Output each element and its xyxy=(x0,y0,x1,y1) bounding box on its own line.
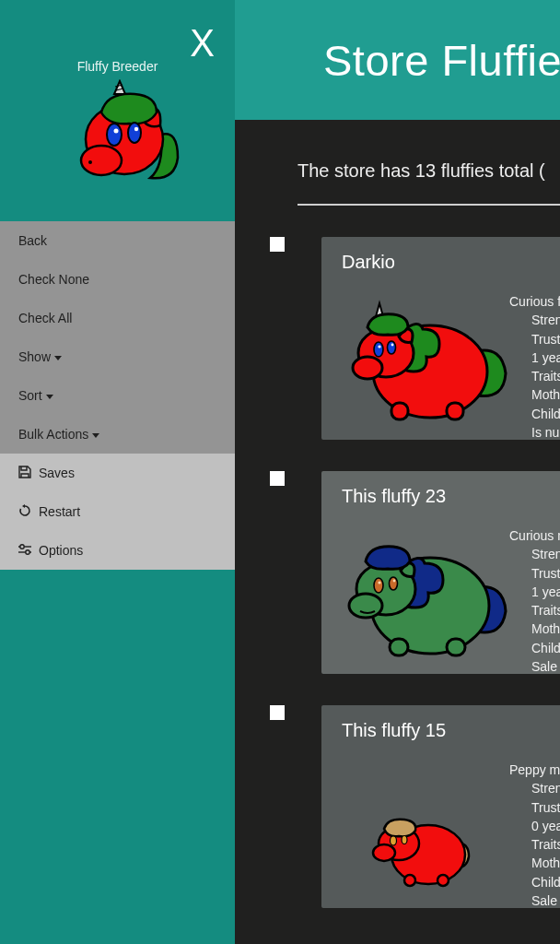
desc-line: Sale P xyxy=(509,657,560,676)
fluffy-portrait xyxy=(338,790,513,938)
svg-rect-34 xyxy=(404,875,415,886)
svg-point-21 xyxy=(388,341,396,354)
desc-line: Traits: xyxy=(509,367,560,385)
app-title: Fluffy Breeder xyxy=(0,59,235,74)
save-icon xyxy=(18,466,33,478)
nav-sort[interactable]: Sort xyxy=(0,376,235,415)
nav-back[interactable]: Back xyxy=(0,221,235,260)
svg-rect-26 xyxy=(447,639,465,655)
nav-saves[interactable]: Saves xyxy=(0,454,235,492)
svg-point-4 xyxy=(107,124,122,146)
desc-summary: Peppy ma xyxy=(509,761,560,779)
fluffy-name[interactable]: This fluffy 23 xyxy=(342,486,560,507)
options-icon xyxy=(18,543,33,556)
desc-line: Mothe xyxy=(509,620,560,638)
svg-point-20 xyxy=(374,342,383,357)
svg-point-6 xyxy=(114,129,119,134)
close-icon[interactable]: X xyxy=(190,23,215,62)
fluffy-row: This fluffy 15 Breeding [ xyxy=(298,705,560,908)
svg-point-23 xyxy=(391,344,394,347)
desc-line: Traits: xyxy=(509,835,560,854)
page-title: Store Fluffies xyxy=(235,0,560,120)
fluffy-description: Curious m Streng Trust [ 1 year Traits: … xyxy=(509,526,560,676)
desc-line: Streng xyxy=(509,311,560,329)
svg-point-8 xyxy=(88,160,92,164)
desc-line: 1 year xyxy=(509,583,560,601)
sidebar-header: X Fluffy Breeder xyxy=(0,0,235,221)
svg-point-10 xyxy=(26,550,29,554)
desc-line: Mothe xyxy=(509,385,560,404)
summary-line: The store has 13 fluffies total ( xyxy=(298,160,560,182)
nav-bulk-actions[interactable]: Bulk Actions xyxy=(0,415,235,454)
fluffy-card: Darkio Breeding [ xyxy=(321,237,560,440)
divider xyxy=(298,204,560,206)
svg-point-30 xyxy=(390,577,398,590)
select-checkbox[interactable] xyxy=(270,471,285,486)
chevron-down-icon xyxy=(54,356,62,360)
sidebar-nav: Back Check None Check All Show Sort Bulk… xyxy=(0,221,235,570)
svg-point-29 xyxy=(374,578,383,593)
svg-point-28 xyxy=(349,594,382,618)
svg-point-31 xyxy=(378,581,380,584)
nav-restart[interactable]: Restart xyxy=(0,492,235,531)
fluffy-row: This fluffy 23 Breeding [ xyxy=(298,471,560,674)
svg-point-5 xyxy=(128,123,141,143)
desc-summary: Curious fe xyxy=(509,292,560,311)
desc-line: Childre xyxy=(509,873,560,891)
nav-show-label: Show xyxy=(18,349,51,364)
desc-summary: Curious m xyxy=(509,526,560,545)
restart-icon xyxy=(18,504,33,517)
nav-check-all[interactable]: Check All xyxy=(0,299,235,337)
desc-line: Streng xyxy=(509,545,560,563)
svg-rect-35 xyxy=(438,875,449,886)
desc-line: Trust [ xyxy=(509,564,560,583)
fluffy-portrait xyxy=(338,513,513,661)
nav-check-none[interactable]: Check None xyxy=(0,260,235,299)
svg-point-3 xyxy=(81,146,122,175)
chevron-down-icon xyxy=(92,433,99,438)
desc-line: 1 year xyxy=(509,348,560,367)
nav-group-secondary: Saves Restart xyxy=(0,454,235,570)
fluffy-card: This fluffy 23 Breeding [ xyxy=(321,471,560,674)
select-checkbox[interactable] xyxy=(270,237,285,252)
svg-point-19 xyxy=(353,357,382,379)
nav-bulk-label: Bulk Actions xyxy=(18,427,88,442)
nav-group-primary: Back Check None Check All Show Sort Bulk… xyxy=(0,221,235,454)
fluffy-description: Curious fe Streng Trust [ 1 year Traits:… xyxy=(509,292,560,442)
svg-rect-25 xyxy=(390,639,408,655)
fluffy-row: Darkio Breeding [ xyxy=(298,237,560,440)
fluffy-name[interactable]: This fluffy 15 xyxy=(342,720,560,741)
fluffy-name[interactable]: Darkio xyxy=(342,252,560,273)
desc-line: Is nurs xyxy=(509,423,560,442)
fluffy-description: Peppy ma Streng Trust [ 0 year Traits: M… xyxy=(509,761,560,910)
desc-line: Trust [ xyxy=(509,330,560,348)
svg-point-22 xyxy=(378,345,380,348)
desc-line: Childre xyxy=(509,639,560,657)
chevron-down-icon xyxy=(46,395,53,399)
desc-line: Childre xyxy=(509,405,560,423)
content: The store has 13 fluffies total ( Darkio… xyxy=(235,120,560,908)
nav-sort-label: Sort xyxy=(18,388,42,403)
nav-options[interactable]: Options xyxy=(0,531,235,570)
svg-point-32 xyxy=(393,580,396,583)
svg-point-37 xyxy=(373,844,395,861)
svg-point-7 xyxy=(134,127,138,131)
desc-line: Streng xyxy=(509,779,560,797)
desc-line: 0 year xyxy=(509,817,560,835)
svg-point-38 xyxy=(391,836,397,845)
nav-restart-label: Restart xyxy=(39,504,80,519)
desc-line: Mothe xyxy=(509,854,560,872)
desc-line: Trust [ xyxy=(509,798,560,817)
select-checkbox[interactable] xyxy=(270,705,285,720)
sidebar: X Fluffy Breeder xyxy=(0,0,235,944)
nav-show[interactable]: Show xyxy=(0,337,235,376)
desc-line: Sale P xyxy=(509,891,560,910)
nav-options-label: Options xyxy=(39,543,83,558)
svg-point-39 xyxy=(402,836,407,844)
desc-line: Traits: xyxy=(509,601,560,620)
main: Store Fluffies The store has 13 fluffies… xyxy=(235,0,560,944)
nav-saves-label: Saves xyxy=(39,466,75,480)
fluffy-portrait xyxy=(338,279,513,427)
svg-rect-17 xyxy=(447,403,463,419)
svg-point-9 xyxy=(20,545,24,549)
